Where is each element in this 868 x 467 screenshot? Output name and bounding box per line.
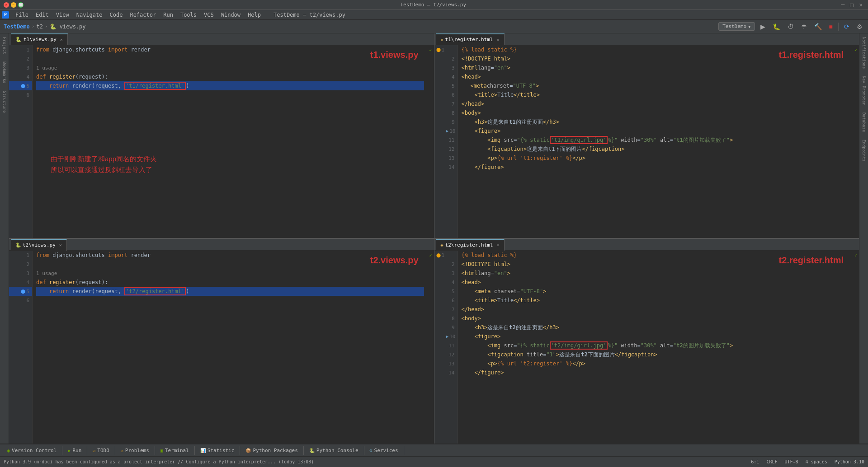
tab-t2-views[interactable]: 🐍 t2\views.py ✕ — [11, 239, 67, 251]
run-button[interactable]: ▶ — [759, 22, 767, 31]
menu-view[interactable]: View — [52, 11, 73, 19]
structure-panel-label[interactable]: Structure — [1, 87, 8, 117]
run-config-label: TestDemo — [722, 23, 746, 29]
python-console-tab[interactable]: 🐍 Python Console — [304, 446, 364, 455]
window-controls[interactable]: ✕ − ⬜ — [4, 2, 24, 8]
ln-tr-3: 3 — [434, 63, 458, 72]
settings-button[interactable]: ⚙ — [855, 22, 864, 31]
menu-file[interactable]: File — [12, 11, 32, 19]
endpoints-panel-label[interactable]: Endpoints — [861, 136, 867, 165]
menu-tools[interactable]: Tools — [177, 11, 200, 19]
tab-close-t1[interactable]: ✕ — [497, 37, 500, 42]
top-left-code-area[interactable]: 1 2 3 4 ⬤ 5 6 — [9, 45, 434, 238]
minimize-btn[interactable]: ─ — [840, 1, 847, 8]
build-button[interactable]: 🔨 — [812, 22, 824, 31]
ln-tr-11: 11 — [434, 135, 458, 145]
code-line-4: def register(request): — [36, 72, 424, 81]
version-control-tab[interactable]: ◉ Version Control — [2, 446, 62, 455]
fold-br-10[interactable]: ▶ — [446, 334, 448, 339]
run-config[interactable]: TestDemo ▼ — [718, 22, 755, 31]
statistic-tab[interactable]: 📊 Statistic — [195, 446, 241, 455]
ln-5: ⬤ 5 — [9, 81, 32, 90]
project-panel-label[interactable]: Project — [1, 33, 8, 58]
python-packages-label: Python Packages — [253, 448, 297, 453]
menu-window[interactable]: Window — [217, 11, 244, 19]
check-tr: ✓ — [853, 45, 859, 54]
tab-label-t2-register: t2\register.html — [445, 242, 493, 248]
tab-t1-register[interactable]: ◈ t1\register.html ✕ — [436, 33, 505, 45]
html-code-lines-br[interactable]: {% load static %} <!DOCTYPE html> <html … — [458, 251, 853, 444]
tab-close-btn[interactable]: ✕ — [60, 37, 63, 42]
bookmarks-panel-label[interactable]: Bookmarks — [1, 58, 8, 87]
tab-t2-register[interactable]: ◈ t2\register.html ✕ — [436, 239, 505, 251]
stop-button[interactable]: ■ — [827, 22, 835, 31]
indent-info: 4 spaces — [806, 459, 827, 464]
tab-t1-views[interactable]: 🐍 t1\views.py ✕ — [11, 33, 68, 45]
html-line-9: <h3>这是来自t1的注册页面</h3> — [462, 117, 849, 126]
notifications-panel-label[interactable]: Notifications — [861, 33, 867, 72]
project-name: TestDemo — [4, 23, 30, 30]
todo-tab[interactable]: ☑ TODO — [87, 446, 115, 455]
run-tab-icon: ▶ — [68, 448, 71, 453]
menu-code[interactable]: Code — [106, 11, 127, 19]
debug-button[interactable]: 🐛 — [771, 22, 782, 31]
right-side-panel: Notifications Key Promoter Database Endp… — [859, 33, 868, 444]
app-icon: P — [2, 11, 9, 19]
bl-line-1: from django.shortcuts import render — [36, 251, 424, 260]
html-code-lines-tr[interactable]: {% load static %} <!DOCTYPE html> <html … — [458, 45, 853, 238]
ln-1: 1 — [9, 45, 32, 54]
bottom-left-code-area[interactable]: 1 2 3 4 ⬤ 5 6 — [9, 251, 434, 444]
toolbar-right: TestDemo ▼ ▶ 🐛 ⏱ ☂ 🔨 ■ ⟳ ⚙ — [718, 22, 864, 31]
python-packages-tab[interactable]: 📦 Python Packages — [240, 446, 303, 455]
check-bl: ✓ — [429, 253, 432, 258]
close-btn[interactable]: ✕ — [857, 1, 864, 8]
top-left-tab-bar: 🐍 t1\views.py ✕ — [9, 33, 434, 45]
br-line-7: </head> — [462, 305, 849, 314]
tab-close-t2-register[interactable]: ✕ — [497, 243, 500, 248]
fold-icon-10[interactable]: ▶ — [446, 129, 448, 133]
coverage-button[interactable]: ☂ — [799, 22, 809, 31]
menu-edit[interactable]: Edit — [32, 11, 52, 19]
ln-bl-5: ⬤ 5 — [9, 287, 32, 296]
ln-tr-12: 12 — [434, 145, 458, 154]
check-br: ✓ — [854, 253, 857, 258]
git-update-button[interactable]: ⟳ — [842, 22, 851, 31]
code-lines-bl[interactable]: from django.shortcuts import render 1 us… — [33, 251, 428, 444]
html-line-1: {% load static %} — [462, 45, 849, 54]
menu-vcs[interactable]: VCS — [200, 11, 217, 19]
ln-tr-7: 7 — [434, 99, 458, 108]
bottom-left-tab-bar: 🐍 t2\views.py ✕ — [9, 239, 434, 251]
window-right-controls[interactable]: ─ □ ✕ — [840, 1, 864, 8]
problems-tab[interactable]: ⚠ Problems — [115, 446, 155, 455]
menu-navigate[interactable]: Navigate — [73, 11, 106, 19]
profile-button[interactable]: ⏱ — [786, 22, 796, 31]
toolbar-file: 🐍 views.py — [50, 23, 86, 30]
terminal-tab[interactable]: ▣ Terminal — [155, 446, 195, 455]
ln-6: 6 — [9, 90, 32, 99]
ln-tr-9: 9 — [434, 117, 458, 126]
key-promoter-label[interactable]: Key Promoter — [861, 72, 867, 109]
line-numbers-bl: 1 2 3 4 ⬤ 5 6 — [9, 251, 33, 444]
status-bar: Python 3.9 (mrdoc) has been configured a… — [0, 456, 868, 467]
database-panel-label[interactable]: Database — [861, 109, 867, 135]
maximize-icon[interactable]: ⬜ — [18, 2, 24, 8]
ln-tr-10: ▶ 10 — [434, 126, 458, 135]
run-tab[interactable]: ▶ Run — [62, 446, 87, 455]
run-config-dropdown[interactable]: ▼ — [748, 24, 750, 29]
br-line-9: <h3>这是来自t2的注册页面</h3> — [462, 323, 849, 332]
top-right-code-area[interactable]: ⬤ 1 2 3 4 5 6 7 8 9 ▶ — [434, 45, 859, 238]
menu-refactor[interactable]: Refactor — [126, 11, 160, 19]
file-encoding: UTF-8 — [784, 459, 798, 464]
menu-run[interactable]: Run — [160, 11, 177, 19]
close-icon[interactable]: ✕ — [4, 2, 9, 8]
services-tab[interactable]: ⚙ Services — [364, 446, 404, 455]
restore-btn[interactable]: □ — [848, 1, 855, 8]
menu-help[interactable]: Help — [244, 11, 264, 19]
tab-label-t1-register: t1\register.html — [445, 37, 493, 42]
breakpoint-icon: ⬤ — [21, 84, 25, 88]
tab-close-t2-views[interactable]: ✕ — [59, 243, 62, 248]
code-lines-container[interactable]: from django.shortcuts import render 1 us… — [33, 45, 428, 238]
bottom-right-code-area[interactable]: ⬤ 1 2 3 4 5 6 7 8 9 ▶ — [434, 251, 859, 444]
minimize-icon[interactable]: − — [11, 2, 16, 8]
python-icon-t2: 🐍 — [15, 243, 21, 248]
